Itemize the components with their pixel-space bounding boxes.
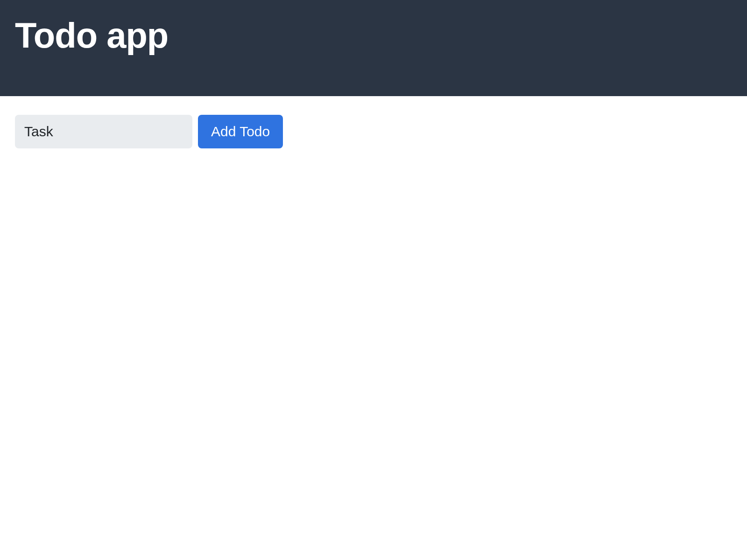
app-title: Todo app bbox=[15, 15, 732, 56]
todo-form: Add Todo bbox=[0, 96, 747, 167]
app-header: Todo app bbox=[0, 0, 747, 96]
task-input[interactable] bbox=[15, 115, 192, 148]
add-todo-button[interactable]: Add Todo bbox=[198, 115, 283, 148]
